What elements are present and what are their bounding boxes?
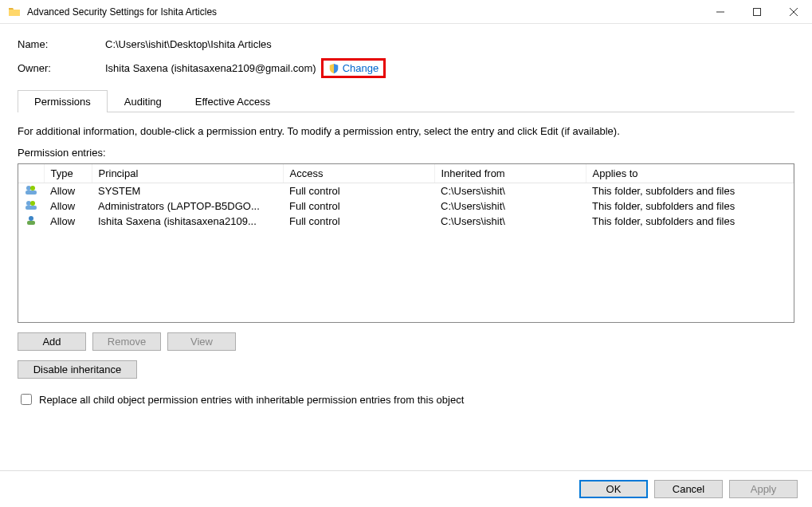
permission-table-box: Type Principal Access Inherited from App… [18,163,794,323]
header-access[interactable]: Access [283,164,434,183]
name-value: C:\Users\ishit\Desktop\Ishita Articles [105,38,272,50]
close-button[interactable] [775,0,812,23]
cancel-button[interactable]: Cancel [654,480,723,498]
footer: OK Cancel Apply [0,470,812,507]
tab-strip: Permissions Auditing Effective Access [18,89,794,112]
svg-point-5 [30,201,35,206]
header-principal[interactable]: Principal [92,164,283,183]
tab-permissions[interactable]: Permissions [18,90,108,112]
window-title: Advanced Security Settings for Ishita Ar… [27,6,702,18]
row-access: Full control [283,214,434,229]
maximize-button[interactable] [739,0,775,23]
row-type: Allow [44,214,92,229]
row-inherited: C:\Users\ishit\ [434,183,586,199]
svg-rect-3 [25,191,37,195]
tab-auditing[interactable]: Auditing [108,90,178,112]
row-applies: This folder, subfolders and files [586,214,794,229]
disable-inheritance-button[interactable]: Disable inheritance [18,360,137,379]
change-owner-highlight: Change [321,58,386,78]
replace-checkbox-label: Replace all child object permission entr… [39,394,464,406]
content-area: Name: C:\Users\ishit\Desktop\Ishita Arti… [0,24,812,417]
row-principal: Administrators (LAPTOP-B5DGO... [92,198,283,214]
row-applies: This folder, subfolders and files [586,198,794,214]
owner-row: Owner: Ishita Saxena (ishitasaxena2109@g… [18,58,794,78]
row-principal: Ishita Saxena (ishitasaxena2109... [92,214,283,229]
row-icon [18,214,44,229]
name-row: Name: C:\Users\ishit\Desktop\Ishita Arti… [18,38,794,50]
owner-value: Ishita Saxena (ishitasaxena2109@gmail.co… [105,62,316,74]
row-type: Allow [44,198,92,214]
row-icon [18,183,44,199]
table-buttons: Add Remove View [18,332,794,351]
row-icon [18,198,44,214]
table-row[interactable]: AllowIshita Saxena (ishitasaxena2109...F… [18,214,794,229]
titlebar: Advanced Security Settings for Ishita Ar… [0,0,812,24]
permission-table: Type Principal Access Inherited from App… [18,164,794,229]
replace-checkbox[interactable] [21,394,32,405]
row-access: Full control [283,198,434,214]
entries-label: Permission entries: [18,147,794,159]
minimize-button[interactable] [702,0,739,23]
ok-button[interactable]: OK [579,480,648,498]
row-type: Allow [44,183,92,199]
owner-label: Owner: [18,62,105,74]
row-inherited: C:\Users\ishit\ [434,214,586,229]
table-header-row: Type Principal Access Inherited from App… [18,164,794,183]
change-owner-link[interactable]: Change [343,62,379,74]
row-inherited: C:\Users\ishit\ [434,198,586,214]
header-inherited[interactable]: Inherited from [434,164,586,183]
table-row[interactable]: AllowSYSTEMFull controlC:\Users\ishit\Th… [18,183,794,199]
row-applies: This folder, subfolders and files [586,183,794,199]
header-applies[interactable]: Applies to [586,164,794,183]
svg-rect-0 [754,8,761,15]
view-button[interactable]: View [167,332,236,351]
row-principal: SYSTEM [92,183,283,199]
info-text: For additional information, double-click… [18,125,794,137]
header-type[interactable]: Type [44,164,92,183]
svg-point-2 [30,186,35,191]
row-access: Full control [283,183,434,199]
tab-effective-access[interactable]: Effective Access [178,90,287,112]
window-controls [702,0,812,23]
inheritance-row: Disable inheritance [18,360,794,379]
apply-button[interactable]: Apply [729,480,798,498]
svg-point-7 [29,216,33,221]
svg-rect-6 [25,206,37,210]
replace-checkbox-row: Replace all child object permission entr… [18,391,794,407]
name-label: Name: [18,38,105,50]
folder-icon [8,6,21,18]
add-button[interactable]: Add [18,332,86,351]
table-row[interactable]: AllowAdministrators (LAPTOP-B5DGO...Full… [18,198,794,214]
header-icon[interactable] [18,164,44,183]
remove-button[interactable]: Remove [92,332,161,351]
shield-icon [328,63,339,74]
svg-rect-8 [27,221,35,225]
